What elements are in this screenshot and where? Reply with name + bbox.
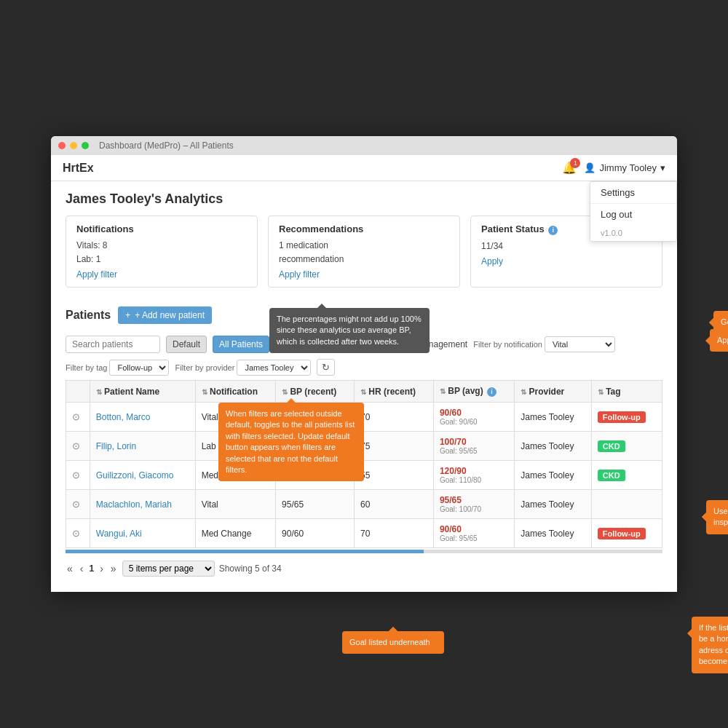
provider-filter-select[interactable]: James Tooley bbox=[237, 360, 311, 376]
notification-cell: Vital bbox=[195, 490, 275, 519]
bell-badge: 1 bbox=[570, 158, 580, 168]
notifications-apply-filter[interactable]: Apply filter bbox=[76, 269, 247, 280]
row-icon: ⊙ bbox=[72, 470, 80, 480]
bp-avg-goal: Goal: 110/80 bbox=[440, 476, 508, 484]
patient-name-link[interactable]: Botton, Marco bbox=[96, 412, 151, 422]
col-patient-name[interactable]: ⇅ Patient Name bbox=[90, 381, 195, 403]
col-bp-avg[interactable]: ⇅ BP (avg) i bbox=[433, 381, 514, 403]
provider-cell: James Tooley bbox=[515, 403, 592, 432]
provider-filter-label: Filter by provider bbox=[175, 363, 234, 372]
bp-avg-value: 90/60 bbox=[440, 524, 462, 534]
sort-icon-name: ⇅ bbox=[96, 388, 102, 396]
username: Jimmy Tooley bbox=[599, 162, 657, 173]
tag-badge: CKD bbox=[598, 470, 625, 481]
col-hr-recent[interactable]: ⇅ HR (recent) bbox=[354, 381, 433, 403]
patient-name-link[interactable]: Wangui, Aki bbox=[96, 529, 142, 539]
notification-filter-select[interactable]: Vital Lab Med Change bbox=[545, 336, 615, 352]
patient-status-apply[interactable]: Apply bbox=[481, 256, 652, 266]
row-icon-cell: ⊙ bbox=[66, 432, 90, 461]
bp-avg-cell: 90/60Goal: 90/60 bbox=[433, 403, 514, 432]
page-title: Dashboard (MedPro) – All Patients bbox=[99, 141, 234, 151]
horizontal-scroll-indicator[interactable] bbox=[66, 550, 662, 553]
bp-recent-cell: 90/60 bbox=[276, 519, 355, 548]
table-row: ⊙ Guilizzoni, Giacomo Med Change 120/80 … bbox=[66, 461, 662, 490]
dot-green[interactable] bbox=[82, 142, 89, 149]
tag-cell: CKD bbox=[591, 461, 662, 490]
patient-name-link[interactable]: Filip, Lorin bbox=[96, 441, 136, 451]
row-icon: ⊙ bbox=[72, 411, 80, 422]
sort-icon-provider: ⇅ bbox=[521, 388, 526, 396]
bp-avg-info-icon[interactable]: i bbox=[487, 387, 496, 397]
all-patients-filter-button[interactable]: All Patients bbox=[213, 336, 269, 353]
search-input[interactable] bbox=[66, 336, 160, 353]
sort-icon-bp-avg: ⇅ bbox=[440, 387, 446, 395]
table-row: ⊙ Botton, Marco Vital 90/60 70 90/60Goal… bbox=[66, 403, 662, 432]
row-icon-cell: ⊙ bbox=[66, 403, 90, 432]
bp-avg-value: 90/60 bbox=[440, 408, 462, 418]
table-row: ⊙ Filip, Lorin Lab 95/65 75 100/70Goal: … bbox=[66, 432, 662, 461]
bell-container: 🔔 1 bbox=[562, 161, 577, 175]
default-filter-button[interactable]: Default bbox=[166, 336, 207, 353]
table-header-row: ⇅ Patient Name ⇅ Notification ⇅ BP (rece… bbox=[66, 381, 662, 403]
notifications-card: Notifications Vitals: 8 Lab: 1 Apply fil… bbox=[66, 215, 258, 288]
tag-filter-label: Filter by tag bbox=[66, 363, 107, 372]
tag-badge: Follow-up bbox=[598, 528, 646, 539]
pagination-bar: « ‹ 1 › » 5 items per page 10 items per … bbox=[66, 555, 662, 579]
last-page-button[interactable]: » bbox=[109, 563, 118, 574]
bp-avg-value: 95/65 bbox=[440, 495, 462, 505]
patient-name-link[interactable]: Maclachlon, Mariah bbox=[96, 499, 172, 510]
analytics-section: James Tooley's Analytics Notifications V… bbox=[51, 181, 677, 306]
table-row: ⊙ Wangui, Aki Med Change 90/60 70 90/60G… bbox=[66, 519, 662, 548]
app-logo: HrtEx bbox=[63, 162, 94, 175]
provider-cell: James Tooley bbox=[515, 490, 592, 519]
next-page-button[interactable]: › bbox=[98, 563, 105, 574]
filter-tooltip: When filters are selected outside defaul… bbox=[218, 403, 364, 481]
patient-name-cell: Botton, Marco bbox=[90, 403, 195, 432]
bp-avg-cell: 90/60Goal: 95/65 bbox=[433, 519, 514, 548]
sort-icon-notification: ⇅ bbox=[202, 388, 207, 396]
dot-yellow[interactable] bbox=[70, 142, 77, 149]
col-tag[interactable]: ⇅ Tag bbox=[591, 381, 662, 403]
nav-right: The percentages might not add up 100% si… bbox=[562, 161, 665, 175]
patients-table: ⇅ Patient Name ⇅ Notification ⇅ BP (rece… bbox=[66, 380, 662, 548]
dot-red[interactable] bbox=[58, 142, 66, 149]
first-page-button[interactable]: « bbox=[66, 563, 74, 574]
tag-cell: CKD bbox=[591, 432, 662, 461]
prev-page-button[interactable]: ‹ bbox=[79, 563, 85, 574]
patient-name-cell: Maclachlon, Mariah bbox=[90, 490, 195, 519]
notification-filter-label: Filter by notification bbox=[473, 340, 542, 349]
cards-row: Notifications Vitals: 8 Lab: 1 Apply fil… bbox=[66, 215, 662, 288]
col-icon bbox=[66, 381, 90, 403]
scroll-tooltip: If the list gets too wide, there will be… bbox=[692, 617, 728, 673]
tag-filter-group: Filter by tag Follow-up CKD bbox=[66, 360, 169, 376]
browser-titlebar: Dashboard (MedPro) – All Patients bbox=[51, 136, 677, 155]
add-patient-button[interactable]: + + Add new patient bbox=[118, 306, 212, 324]
patient-name-cell: Wangui, Aki bbox=[90, 519, 195, 548]
notification-cell: Med Change bbox=[195, 519, 275, 548]
hr-recent-cell: 70 bbox=[354, 403, 433, 432]
notifications-card-title: Notifications bbox=[76, 223, 247, 234]
top-nav: HrtEx The percentages might not add up 1… bbox=[51, 155, 677, 181]
sort-icon-tag: ⇅ bbox=[598, 388, 604, 396]
refresh-button[interactable]: ↻ bbox=[317, 359, 335, 376]
user-menu[interactable]: 👤 Jimmy Tooley ▾ bbox=[584, 162, 665, 173]
provider-cell: James Tooley bbox=[515, 519, 592, 548]
notification-filter-group: Filter by notification Vital Lab Med Cha… bbox=[473, 336, 615, 352]
hr-recent-cell: 55 bbox=[354, 461, 433, 490]
showing-count: Showing 5 of 34 bbox=[219, 563, 282, 574]
per-page-select[interactable]: 5 items per page 10 items per page 25 it… bbox=[122, 561, 215, 577]
hr-recent-cell: 70 bbox=[354, 519, 433, 548]
recommendations-apply-filter[interactable]: Apply filter bbox=[279, 269, 449, 280]
goal-tooltip: Goal listed underneath bbox=[342, 631, 444, 654]
col-notification[interactable]: ⇅ Notification bbox=[195, 381, 275, 403]
logout-item[interactable]: Log out bbox=[590, 204, 676, 225]
bp-recent-cell: 95/65 bbox=[276, 490, 355, 519]
settings-item[interactable]: Settings bbox=[590, 182, 676, 203]
patient-name-link[interactable]: Guilizzoni, Giacomo bbox=[96, 470, 174, 480]
patient-status-info-icon[interactable]: i bbox=[548, 226, 558, 235]
app-container: HrtEx The percentages might not add up 1… bbox=[51, 155, 677, 592]
recommendations-card-title: Recommendations bbox=[279, 223, 449, 234]
col-provider[interactable]: ⇅ Provider bbox=[515, 381, 592, 403]
recommendations-card-content: 1 medication recommendation bbox=[279, 239, 449, 266]
tag-filter-select[interactable]: Follow-up CKD bbox=[109, 360, 169, 376]
